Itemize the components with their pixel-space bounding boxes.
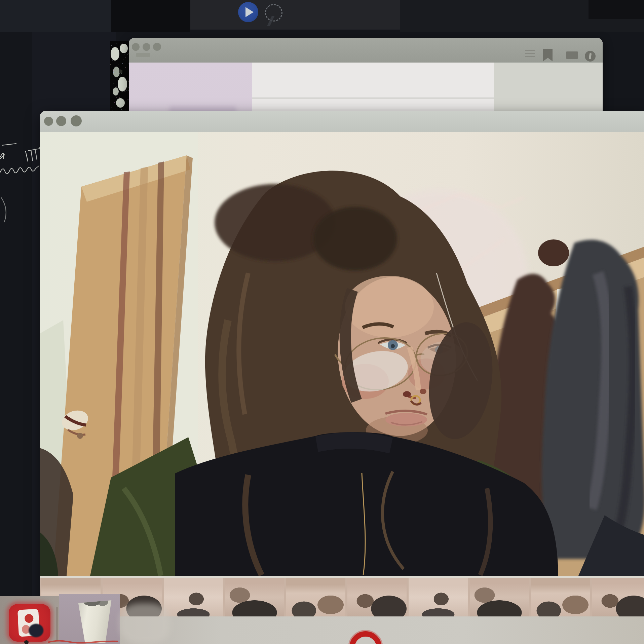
minimize-button[interactable] — [143, 43, 150, 51]
filmstrip-preview[interactable] — [110, 41, 129, 112]
desktop-top-dark-block — [111, 0, 190, 32]
photo-booth-window — [40, 111, 644, 644]
photo-strip-thumbnail[interactable] — [286, 578, 345, 616]
bookmark-icon[interactable] — [543, 49, 553, 61]
content-divider-line — [252, 98, 494, 99]
trash-panel — [59, 594, 120, 644]
zoom-button[interactable] — [153, 43, 161, 51]
dock — [0, 594, 209, 644]
photo-strip-thumbnail[interactable] — [470, 578, 529, 616]
close-button[interactable] — [44, 117, 53, 126]
trash-icon[interactable] — [76, 597, 114, 643]
red-scribble-decoration — [47, 639, 121, 644]
content-divider-line-2 — [252, 110, 494, 110]
photo-strip-thumbnail[interactable] — [409, 578, 468, 616]
photo-strip-thumbnail[interactable] — [592, 578, 644, 616]
list-icon[interactable] — [525, 50, 535, 57]
photo-strip-thumbnail[interactable] — [531, 578, 590, 616]
minimize-button[interactable] — [56, 116, 66, 126]
top-toolbar — [190, 0, 400, 30]
back-window-titlebar[interactable] — [129, 38, 603, 63]
photo-app-icon[interactable] — [9, 604, 50, 642]
dock-divider — [56, 607, 58, 641]
photo-strip-thumbnail[interactable] — [347, 578, 407, 616]
front-window-titlebar[interactable] — [40, 111, 644, 132]
photo-strip-thumbnail[interactable] — [225, 578, 284, 616]
info-icon[interactable] — [585, 51, 596, 62]
close-button[interactable] — [132, 43, 140, 51]
desktop-top-block — [0, 0, 111, 32]
desktop-corner-block — [589, 0, 644, 19]
play-icon — [245, 7, 254, 17]
app-icon-red-dot — [25, 614, 34, 623]
app-icon-face — [17, 609, 40, 637]
play-button[interactable] — [238, 2, 258, 22]
zoom-button[interactable] — [71, 115, 82, 126]
webcam-preview-painting — [40, 132, 644, 576]
dock-soft-highlight — [120, 603, 170, 644]
dock-speck — [24, 640, 29, 644]
app-icon-navy-dot — [28, 623, 44, 638]
pencil-scrawl-decoration — [259, 16, 282, 26]
card-icon[interactable] — [566, 51, 578, 59]
tab-chip — [136, 53, 150, 57]
